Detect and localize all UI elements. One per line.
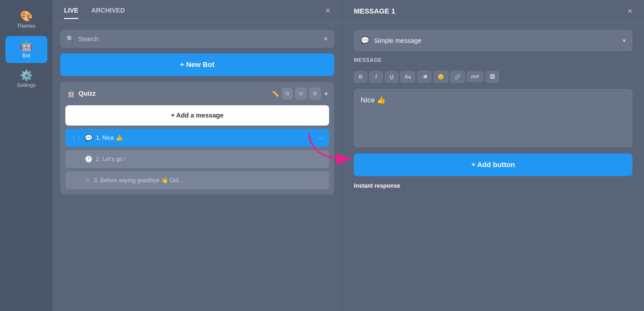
message-3-more-icon[interactable]: ··· [318,177,323,184]
add-button-section: + Add button [354,154,632,176]
editor-toolbar: B I U Aa ◦✱ 🙂 🔗 PDF 🖼 [354,71,632,83]
message-1-text: 1. Nice 👍 [96,134,315,141]
bot-card-name: Quizz [79,90,269,97]
sidebar-item-settings-label: Settings [17,82,36,88]
bot-gear-button[interactable]: ⚙ [309,88,321,99]
add-button-button[interactable]: + Add button [354,154,632,176]
editor-content: Nice 👍 [361,96,385,104]
sidebar-item-themes[interactable]: 🎨 Themes [5,6,47,33]
message-type-chevron-icon: ▾ [623,37,626,44]
toolbar-link-button[interactable]: 🔗 [450,71,465,83]
right-panel-title: MESSAGE 1 [354,7,628,15]
sidebar-item-themes-label: Themes [17,23,36,29]
left-panel: LIVE ARCHIVED × 🔍 ✕ + New Bot 🤖 Quizz ✏️ [52,0,342,311]
toolbar-underline-button[interactable]: U [385,71,398,83]
message-item-1[interactable]: ⋮⋮ 💬 1. Nice 👍 ··· [65,129,329,147]
right-panel-header: MESSAGE 1 × [342,0,644,23]
message-3-type-icon: ☆ [85,176,90,184]
bot-card-icon: 🤖 [67,90,75,98]
message-type-icon: 💬 [361,36,369,45]
bot-card-header: 🤖 Quizz ✏️ ⧉ ⊘ ⚙ ▾ [60,82,334,105]
instant-response-label: Instant response [354,183,632,189]
message-2-text: 2. Let's go ! [96,156,315,163]
message-1-type-icon: 💬 [85,134,93,142]
toolbar-emoji-button[interactable]: 🙂 [433,71,448,83]
message-type-dropdown[interactable]: 💬 Simple message ▾ [354,30,632,51]
message-item-3[interactable]: ⋮⋮ ☆ 3. Before saying goodbye 👋 Did... ·… [65,171,329,189]
drag-handle-icon: ⋮⋮ [71,135,81,141]
search-input[interactable] [78,35,319,43]
message-1-more-icon[interactable]: ··· [318,134,323,142]
message-2-type-icon: 🕐 [85,155,93,163]
message-type-label: Simple message [374,37,618,44]
toolbar-italic-button[interactable]: I [369,71,383,83]
right-panel: MESSAGE 1 × 💬 Simple message ▾ MESSAGE B [342,0,644,311]
bot-expand-icon[interactable]: ▾ [325,90,328,98]
toolbar-special-button[interactable]: ◦✱ [417,71,431,83]
message-2-more-icon[interactable]: ··· [318,156,323,163]
bot-messages: + Add a message ⋮⋮ 💬 1. Nice 👍 ··· ⋮⋮ 🕐 … [60,105,334,194]
themes-icon: 🎨 [20,11,33,21]
right-panel-body: 💬 Simple message ▾ MESSAGE B I U Aa ◦✱ 🙂… [342,23,644,311]
bot-actions: ⧉ ⊘ ⚙ ▾ [282,88,328,99]
sidebar-item-bot-label: Bot [22,53,30,59]
bot-card: 🤖 Quizz ✏️ ⧉ ⊘ ⚙ ▾ + Add a message [60,82,334,194]
search-clear-icon[interactable]: ✕ [323,35,328,42]
message-3-text: 3. Before saying goodbye 👋 Did... [94,177,315,184]
left-panel-content: 🔍 ✕ + New Bot 🤖 Quizz ✏️ ⧉ ⊘ ⚙ ▾ [52,23,342,311]
drag-handle-icon-3: ⋮⋮ [71,177,81,184]
new-bot-button[interactable]: + New Bot [60,53,334,76]
message-item-2[interactable]: ⋮⋮ 🕐 2. Let's go ! ··· [65,150,329,168]
add-message-button[interactable]: + Add a message [65,105,329,126]
search-icon: 🔍 [66,35,74,43]
right-panel-close-button[interactable]: × [628,6,632,16]
right-panel-content: 💬 Simple message ▾ MESSAGE B I U Aa ◦✱ 🙂… [342,23,644,311]
toolbar-pdf-button[interactable]: PDF [467,71,484,82]
toolbar-image-button[interactable]: 🖼 [486,71,499,83]
tab-live[interactable]: LIVE [64,7,78,19]
toolbar-bold-button[interactable]: B [354,71,367,83]
toolbar-fontsize-button[interactable]: Aa [400,71,415,83]
message-editor[interactable]: Nice 👍 [354,89,632,147]
drag-handle-icon-2: ⋮⋮ [71,156,81,162]
settings-icon: ⚙️ [20,70,33,80]
bot-icon: 🤖 [20,41,33,51]
bot-edit-icon[interactable]: ✏️ [272,90,279,97]
main-area: LIVE ARCHIVED × 🔍 ✕ + New Bot 🤖 Quizz ✏️ [52,0,644,311]
search-bar: 🔍 ✕ [60,30,334,48]
message-section: MESSAGE [354,57,632,64]
sidebar: 🎨 Themes 🤖 Bot ⚙️ Settings [0,0,52,311]
sidebar-item-settings[interactable]: ⚙️ Settings [5,66,47,93]
panel-header: LIVE ARCHIVED × [52,0,342,23]
bot-settings-button[interactable]: ⊘ [295,88,307,99]
sidebar-item-bot[interactable]: 🤖 Bot [5,36,47,63]
message-section-label: MESSAGE [354,57,632,63]
tab-archived[interactable]: ARCHIVED [91,7,125,19]
left-panel-close-button[interactable]: × [326,6,330,14]
bot-copy-button[interactable]: ⧉ [282,88,293,99]
